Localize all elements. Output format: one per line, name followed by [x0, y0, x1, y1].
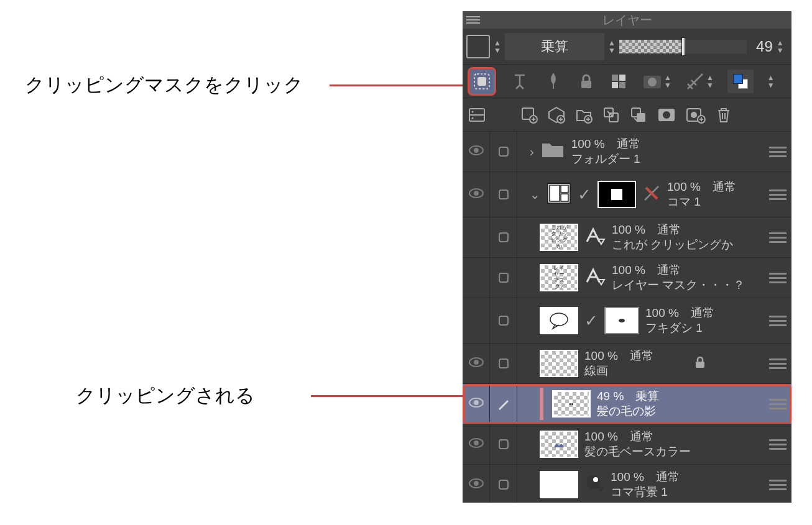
ruler-stepper[interactable]: ▲▼: [706, 75, 714, 88]
delete-layer-icon[interactable]: [715, 106, 732, 124]
visibility-toggle[interactable]: [468, 478, 484, 492]
layer-row-line[interactable]: 100 % 通常線画: [463, 344, 791, 384]
new-folder-icon[interactable]: [574, 106, 593, 124]
blend-mode-select[interactable]: 乗算: [505, 33, 604, 60]
panel-view-icon[interactable]: [468, 106, 486, 124]
new-vector-layer-icon[interactable]: [547, 106, 566, 124]
svg-rect-1: [478, 77, 486, 86]
svg-rect-38: [499, 316, 508, 325]
svg-rect-36: [499, 233, 508, 242]
svg-point-42: [474, 360, 479, 365]
lock-transparent-icon[interactable]: [609, 72, 628, 91]
transfer-down-icon[interactable]: [602, 106, 621, 124]
visibility-toggle[interactable]: [468, 437, 484, 452]
svg-rect-5: [612, 82, 618, 88]
draft-layer-icon[interactable]: [543, 71, 563, 91]
draft-column[interactable]: [490, 298, 517, 343]
layer-menu-icon[interactable]: [769, 316, 787, 326]
layer-row-text[interactable]: レイヤーマスク? 100 % 通常レイヤー マスク・・・？: [463, 258, 791, 298]
visibility-toggle[interactable]: [463, 298, 490, 343]
layer-name: 髪の毛ベースカラー: [584, 444, 691, 459]
layer-thumbnail[interactable]: ••: [552, 390, 591, 418]
layer-thumbnail[interactable]: [540, 350, 578, 377]
layer-mask-thumbnail[interactable]: [604, 307, 639, 334]
svg-point-54: [593, 477, 598, 482]
layer-menu-icon[interactable]: [769, 189, 787, 200]
svg-rect-43: [499, 359, 508, 368]
apply-mask-icon[interactable]: [685, 106, 706, 124]
layer-name: これが クリッピングか: [612, 237, 733, 252]
layer-menu-icon[interactable]: [769, 399, 787, 409]
opacity-stepper[interactable]: ▲▼: [777, 40, 784, 53]
layer-name: コマ 1: [667, 194, 736, 209]
layer-menu-icon[interactable]: [769, 273, 787, 283]
opacity-slider[interactable]: [619, 40, 747, 53]
panel-menu-icon[interactable]: [466, 16, 480, 24]
visibility-toggle[interactable]: [468, 145, 484, 159]
layer-mask-thumbnail[interactable]: [597, 181, 636, 208]
layer-row-text[interactable]: これがクリッピングか 100 % 通常これが クリッピングか: [463, 217, 791, 258]
layercolor-stepper[interactable]: ▲▼: [767, 75, 775, 88]
layer-thumbnail[interactable]: [540, 431, 578, 458]
layer-fg-bg-color[interactable]: [727, 70, 754, 93]
draft-column[interactable]: [490, 424, 517, 464]
draft-column[interactable]: [490, 344, 517, 383]
layer-row-koma[interactable]: ⌄ ✓ 100 % 通常コマ 1: [463, 172, 791, 217]
draft-column[interactable]: [490, 258, 517, 298]
draft-column[interactable]: [490, 384, 517, 424]
svg-rect-32: [548, 183, 570, 203]
svg-rect-2: [581, 81, 591, 88]
svg-point-24: [691, 112, 697, 118]
new-layer-icon[interactable]: [520, 106, 538, 124]
layer-menu-icon[interactable]: [769, 480, 787, 490]
layer-name: フキダシ 1: [645, 321, 714, 336]
svg-point-12: [472, 117, 474, 119]
mask-enable-icon[interactable]: [642, 71, 663, 92]
layer-thumbnail[interactable]: これがクリッピングか: [540, 224, 578, 251]
blend-stepper[interactable]: ▲▼: [608, 40, 616, 53]
opacity-value: 49: [750, 38, 773, 55]
visibility-toggle[interactable]: [468, 357, 484, 371]
color-stepper[interactable]: ▲▼: [494, 40, 501, 53]
layer-row-shadow-selected[interactable]: •• 49 % 乗算髪の毛の影: [463, 384, 791, 424]
layer-menu-icon[interactable]: [769, 147, 787, 157]
ruler-icon[interactable]: [685, 71, 705, 91]
collapse-arrow-icon[interactable]: ⌄: [530, 187, 540, 202]
svg-rect-4: [619, 75, 625, 81]
layer-menu-icon[interactable]: [769, 358, 787, 369]
layer-thumbnail[interactable]: [540, 307, 578, 334]
layer-thumbnail[interactable]: [540, 471, 578, 498]
layer-row-basecolor[interactable]: 100 % 通常髪の毛ベースカラー: [463, 424, 791, 465]
fill-layer-icon: [584, 473, 604, 496]
visibility-toggle[interactable]: [463, 217, 490, 257]
layer-row-balloon[interactable]: ✓ 100 % 通常フキダシ 1: [463, 298, 791, 344]
lock-icon[interactable]: [577, 72, 596, 91]
layer-header-row: ▲▼ 乗算 ▲▼ 49 ▲▼: [463, 29, 791, 65]
visibility-toggle[interactable]: [463, 258, 490, 298]
mask-stepper[interactable]: ▲▼: [664, 75, 671, 88]
reference-layer-icon[interactable]: [510, 71, 530, 91]
draft-column[interactable]: [490, 172, 517, 217]
layer-menu-icon[interactable]: [769, 232, 787, 243]
panel-title-bar: レイヤー: [463, 11, 791, 29]
clipping-mask-button[interactable]: [468, 67, 496, 96]
panel-title: レイヤー: [602, 12, 652, 29]
draft-column[interactable]: [490, 465, 517, 503]
layer-color-swatch[interactable]: [466, 35, 490, 58]
svg-point-46: [474, 400, 479, 405]
annotation-clip-click: クリッピングマスクをクリック: [25, 72, 303, 98]
visibility-toggle[interactable]: [468, 188, 484, 202]
visibility-toggle[interactable]: [468, 397, 484, 411]
lock-icon: [693, 355, 708, 373]
draft-column[interactable]: [490, 132, 517, 171]
svg-point-8: [648, 78, 657, 86]
add-mask-icon[interactable]: [657, 106, 676, 124]
merge-down-icon[interactable]: [629, 106, 648, 124]
layer-thumbnail[interactable]: レイヤーマスク?: [540, 264, 578, 291]
layer-row-folder[interactable]: › 100 % 通常フォルダー 1: [463, 132, 791, 172]
layer-row-bg[interactable]: 100 % 通常コマ背景 1: [463, 465, 791, 503]
expand-arrow-icon[interactable]: ›: [530, 145, 534, 159]
draft-column[interactable]: [490, 217, 517, 257]
layer-menu-icon[interactable]: [769, 439, 787, 450]
layer-name: 線画: [584, 363, 653, 378]
